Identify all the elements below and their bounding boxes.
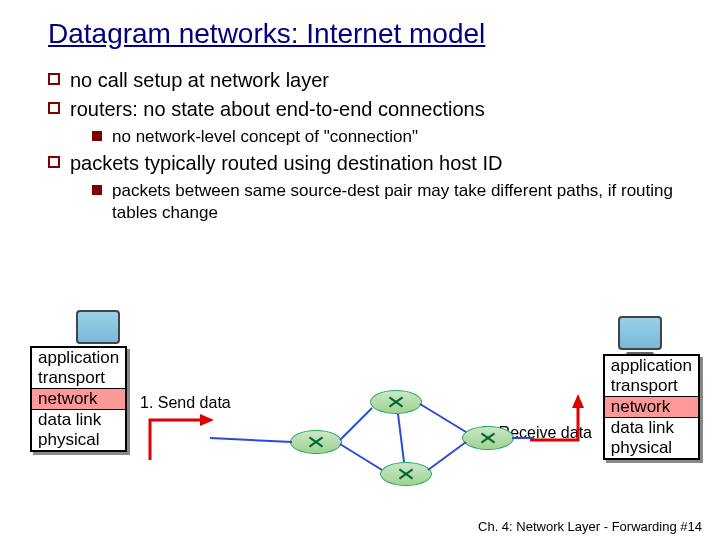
bullet-level1: routers: no state about end-to-end conne…	[48, 97, 680, 122]
protocol-stack-left: application transport network data link …	[30, 346, 127, 452]
router-icon	[290, 430, 342, 454]
bullet-icon	[92, 185, 102, 195]
svg-line-3	[340, 444, 382, 470]
bullet-level1: packets typically routed using destinati…	[48, 151, 680, 176]
bullet-text: packets between same source-dest pair ma…	[112, 180, 680, 223]
bullet-text: no network-level concept of "connection"	[112, 126, 418, 147]
router-icon	[380, 462, 432, 486]
svg-line-7	[210, 438, 292, 442]
network-diagram: application transport network data link …	[30, 330, 700, 500]
stack-layer: transport	[605, 376, 698, 396]
svg-marker-0	[200, 414, 214, 426]
bullet-text: packets typically routed using destinati…	[70, 151, 502, 176]
bullet-icon	[92, 131, 102, 141]
bullet-text: no call setup at network layer	[70, 68, 329, 93]
svg-line-4	[420, 404, 466, 432]
stack-layer: physical	[605, 438, 698, 458]
send-label: 1. Send data	[140, 394, 231, 412]
slide-title: Datagram networks: Internet model	[48, 18, 680, 50]
svg-line-6	[398, 414, 404, 462]
stack-layer-network: network	[605, 396, 698, 418]
bullet-icon	[48, 73, 60, 85]
protocol-stack-right: application transport network data link …	[603, 354, 700, 460]
bullet-text: routers: no state about end-to-end conne…	[70, 97, 485, 122]
computer-icon	[618, 316, 662, 350]
svg-line-5	[428, 442, 466, 470]
stack-layer: transport	[32, 368, 125, 388]
bullet-level2: no network-level concept of "connection"	[92, 126, 680, 147]
svg-marker-1	[572, 394, 584, 408]
stack-layer: physical	[32, 430, 125, 450]
stack-layer: application	[605, 356, 698, 376]
bullet-list: no call setup at network layer routers: …	[48, 68, 680, 223]
router-icon	[370, 390, 422, 414]
stack-layer-network: network	[32, 388, 125, 410]
computer-icon	[76, 310, 120, 344]
network-links	[30, 330, 700, 500]
stack-layer: application	[32, 348, 125, 368]
router-icon	[462, 426, 514, 450]
stack-layer: data link	[605, 418, 698, 438]
svg-line-2	[340, 408, 372, 440]
bullet-icon	[48, 102, 60, 114]
stack-layer: data link	[32, 410, 125, 430]
slide-footer: Ch. 4: Network Layer - Forwarding #14	[478, 519, 702, 534]
bullet-level2: packets between same source-dest pair ma…	[92, 180, 680, 223]
bullet-icon	[48, 156, 60, 168]
bullet-level1: no call setup at network layer	[48, 68, 680, 93]
